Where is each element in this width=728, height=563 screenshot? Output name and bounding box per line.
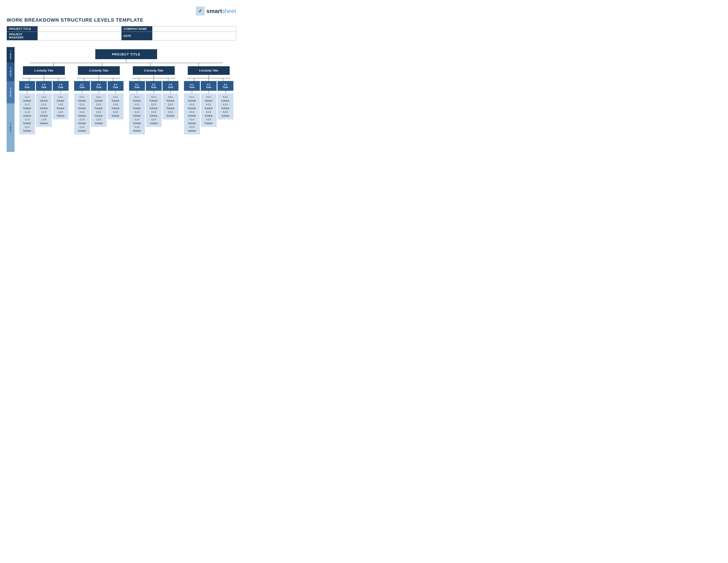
task-2-2-col: 2.2Task 2.2.1Subtask 2.2.2Subtask 2.2.3S… — [91, 81, 107, 134]
task-4-3-col: 4.3Task 4.3.1Subtask 4.3.2Subtask 4.3.3S… — [218, 81, 233, 134]
subtask-2-3-box: 2.3.1Subtask 2.3.2Subtask 2.3.3Subtask — [108, 93, 124, 119]
subtask-1-2-box: 1.2.1Subtask 1.2.2Subtask 1.2.3Subtask 1… — [36, 93, 52, 127]
smartsheet-checkmark: ✓ — [196, 7, 205, 15]
a1-down — [44, 75, 44, 78]
subtask-3-2-box: 3.2.1Subtask 3.2.2Subtask 3.2.3Subtask 3… — [146, 93, 162, 127]
date-label: DATE — [121, 32, 152, 40]
level-4-label: LEVEL 4 — [7, 103, 15, 152]
task-1-1-col: 1.1Task 1.1.1Subtask 1.1.2Subtask 1.1.3S… — [19, 81, 35, 134]
company-name-label: COMPANY NAME — [121, 26, 152, 32]
task-2-3-col: 2.3Task 2.3.1Subtask 2.3.2Subtask 2.3.3S… — [108, 81, 124, 134]
task-3-1-col: 3.1Task 3.1.1Subtask 3.1.2Subtask 3.1.3S… — [129, 81, 145, 134]
page-title: WORK BREAKDOWN STRUCTURE LEVELS TEMPLATE — [7, 17, 236, 23]
logo-container: ✓ smartsheet — [196, 7, 236, 15]
project-title-label: PROJECT TITLE — [7, 26, 38, 32]
activity-2-col: 2 Activity Title 2.1Task 2.1.1Subtask 2.… — [74, 66, 124, 134]
project-manager-label: PROJECT MANAGER — [7, 32, 38, 40]
company-name-value[interactable] — [152, 26, 236, 32]
level-3-label: LEVEL 3 — [7, 81, 15, 103]
logo-area: ✓ smartsheet — [7, 7, 236, 15]
subtask-4-1-box: 4.1.1Subtask 4.1.2Subtask 4.1.3Subtask 4… — [184, 93, 200, 134]
l2-stub-4 — [199, 63, 199, 66]
task-4-2-box: 4.2Task — [201, 81, 217, 91]
a2-task-stubs — [77, 78, 120, 81]
activity-4-box: 4 Activity Title — [188, 66, 230, 75]
task-4-1-box: 4.1Task — [184, 81, 200, 91]
subtask-1-3-box: 1.3.1Subtask 1.3.2Subtask 1.3.3Subtask — [53, 93, 69, 119]
task-2-3-box: 2.3Task — [108, 81, 124, 91]
logo-smart: smart — [206, 8, 222, 14]
task-3-2-col: 3.2Task 3.2.1Subtask 3.2.2Subtask 3.2.3S… — [146, 81, 162, 134]
task-4-2-col: 4.2Task 4.2.1Subtask 4.2.2Subtask 4.2.3S… — [201, 81, 217, 134]
a2-tasks-row: 2.1Task 2.1.1Subtask 2.1.2Subtask 2.1.3S… — [74, 81, 124, 134]
level-2-label: LEVEL 2 — [7, 62, 15, 81]
task-2-1-box: 2.1Task — [74, 81, 90, 91]
level2-row: 1 Activity Title 1.1Task — [16, 66, 236, 134]
activity-1-box: 1 Activity Title — [23, 66, 65, 75]
task-4-1-col: 4.1Task 4.1.1Subtask 4.1.2Subtask 4.1.3S… — [184, 81, 200, 134]
l2-stub-2 — [102, 63, 102, 66]
level-1-label: LEVEL 1 — [7, 47, 15, 62]
task-1-1-box: 1.1Task — [19, 81, 35, 91]
a3-task-stubs — [132, 78, 175, 81]
a4-tasks-row: 4.1Task 4.1.1Subtask 4.1.2Subtask 4.1.3S… — [184, 81, 233, 134]
task-1-3-box: 1.3Task — [53, 81, 69, 91]
wbs-chart: PROJECT TITLE 1 Activity Title — [16, 47, 236, 152]
logo-sheet: sheet — [222, 8, 236, 14]
task-1-2-col: 1.2Task 1.2.1Subtask 1.2.2Subtask 1.2.3S… — [36, 81, 52, 134]
task-2-1-col: 2.1Task 2.1.1Subtask 2.1.2Subtask 2.1.3S… — [74, 81, 90, 134]
date-value[interactable] — [152, 32, 236, 40]
task-3-2-box: 3.2Task — [146, 81, 162, 91]
task-1-3-col: 1.3Task 1.3.1Subtask 1.3.2Subtask 1.3.3S… — [53, 81, 69, 134]
l2-down-stubs — [30, 63, 223, 66]
a3-tasks-row: 3.1Task 3.1.1Subtask 3.1.2Subtask 3.1.3S… — [129, 81, 178, 134]
task-3-3-col: 3.3Task 3.3.1Subtask 3.3.2Subtask 3.3.3S… — [163, 81, 178, 134]
smartsheet-logo: smartsheet — [206, 8, 236, 15]
activity-3-col: 3 Activity Title 3.1Task 3.1.1Subtask 3.… — [129, 66, 178, 134]
subtask-2-1-box: 2.1.1Subtask 2.1.2Subtask 2.1.3Subtask 2… — [74, 93, 90, 134]
activity-3-box: 3 Activity Title — [133, 66, 175, 75]
subtask-4-2-box: 4.2.1Subtask 4.2.2Subtask 4.2.3Subtask 4… — [201, 93, 217, 127]
a1-task-stubs — [22, 78, 66, 81]
project-manager-value[interactable] — [38, 32, 122, 40]
a4-task-stubs — [187, 78, 230, 81]
info-table: PROJECT TITLE COMPANY NAME PROJECT MANAG… — [7, 26, 236, 40]
a3-down — [154, 75, 154, 78]
a4-down — [208, 75, 209, 78]
subtask-3-3-box: 3.3.1Subtask 3.3.2Subtask 3.3.3Subtask — [163, 93, 178, 119]
task-3-3-box: 3.3Task — [163, 81, 178, 91]
subtask-3-1-box: 3.1.1Subtask 3.1.2Subtask 3.1.3Subtask 3… — [129, 93, 145, 134]
subtask-1-1-box: 1.1.1Subtask 1.1.2Subtask 1.1.3Subtask 1… — [19, 93, 35, 134]
l2-stub-3 — [150, 63, 151, 66]
activity-1-col: 1 Activity Title 1.1Task — [19, 66, 69, 134]
task-1-2-box: 1.2Task — [36, 81, 52, 91]
task-4-3-box: 4.3Task — [218, 81, 233, 91]
wbs-main-area: LEVEL 1 LEVEL 2 LEVEL 3 LEVEL 4 PROJECT … — [7, 47, 236, 152]
a1-tasks-row: 1.1Task 1.1.1Subtask 1.1.2Subtask 1.1.3S… — [19, 81, 69, 134]
project-title-value[interactable] — [38, 26, 122, 32]
subtask-4-3-box: 4.3.1Subtask 4.3.2Subtask 4.3.3Subtask — [218, 93, 233, 119]
subtask-2-2-box: 2.2.1Subtask 2.2.2Subtask 2.2.3Subtask 2… — [91, 93, 107, 127]
task-2-2-box: 2.2Task — [91, 81, 107, 91]
activity-2-box: 2 Activity Title — [78, 66, 120, 75]
activity-4-col: 4 Activity Title 4.1Task 4.1.1Subtask 4.… — [184, 66, 233, 134]
level-labels: LEVEL 1 LEVEL 2 LEVEL 3 LEVEL 4 — [7, 47, 15, 152]
l2-stub-1 — [53, 63, 54, 66]
task-3-1-box: 3.1Task — [129, 81, 145, 91]
project-title-box: PROJECT TITLE — [95, 49, 157, 59]
a2-down — [99, 75, 99, 78]
root-down-line — [126, 59, 126, 63]
level1-row: PROJECT TITLE — [16, 47, 236, 59]
